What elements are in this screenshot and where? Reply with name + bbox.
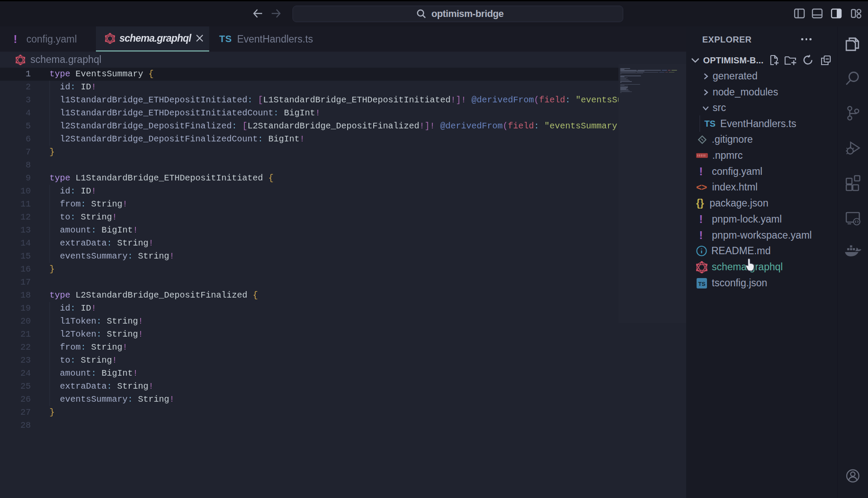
svg-text:TS: TS (698, 281, 706, 287)
